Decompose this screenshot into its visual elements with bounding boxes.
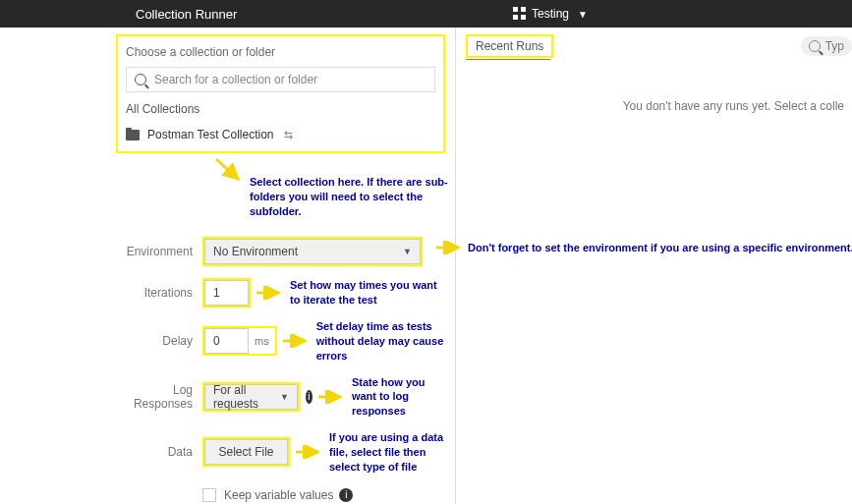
- tab-underline: [466, 59, 550, 60]
- keep-vars-checkbox[interactable]: [202, 488, 216, 502]
- arrow-icon: [256, 286, 282, 300]
- iterations-input[interactable]: [204, 280, 249, 306]
- chevron-down-icon: ▼: [280, 392, 289, 402]
- label-log: Log Responses: [116, 383, 202, 411]
- folder-icon: [126, 130, 140, 140]
- collection-item[interactable]: Postman Test Collection ⇆: [126, 126, 435, 143]
- delay-unit: ms: [249, 335, 275, 347]
- environment-switcher[interactable]: Testing ▼: [513, 7, 588, 21]
- info-icon[interactable]: i: [306, 390, 312, 404]
- search-icon: [809, 40, 821, 52]
- empty-runs-message: You don't have any runs yet. Select a co…: [466, 99, 844, 113]
- arrow-icon: [436, 241, 462, 254]
- search-icon: [135, 74, 146, 85]
- keep-vars-label: Keep variable values: [224, 488, 333, 502]
- annotation-delay: Set delay time as tests without delay ma…: [316, 319, 445, 364]
- arrow-icon: [296, 445, 321, 459]
- collection-search-input[interactable]: [154, 73, 426, 86]
- annotation-environment: Don't forget to set the environment if y…: [468, 241, 852, 255]
- all-collections-label: All Collections: [126, 102, 435, 116]
- environment-dropdown[interactable]: No Environment ▼: [204, 239, 421, 264]
- info-icon[interactable]: i: [339, 488, 353, 502]
- label-delay: Delay: [116, 334, 202, 348]
- annotation-iterations: Set how may times you want to iterate th…: [290, 278, 445, 308]
- collection-name: Postman Test Collection: [147, 128, 274, 141]
- top-bar: Collection Runner Testing ▼: [0, 0, 852, 28]
- svg-line-0: [216, 159, 238, 179]
- env-name: Testing: [532, 7, 569, 21]
- annotation-log: State how you want to log responses: [352, 375, 445, 420]
- label-environment: Environment: [116, 245, 202, 258]
- runs-search[interactable]: Typ: [801, 36, 852, 56]
- collection-search[interactable]: [126, 67, 435, 92]
- chevron-down-icon: ▼: [578, 9, 588, 20]
- arrow-icon: [214, 157, 244, 185]
- annotation-data: If you are using a data file, select fil…: [329, 430, 445, 475]
- log-dropdown[interactable]: For all requests ▼: [204, 384, 298, 410]
- label-data: Data: [116, 445, 202, 459]
- collection-chooser: Choose a collection or folder All Collec…: [116, 34, 445, 153]
- arrow-icon: [318, 390, 344, 404]
- tab-recent-runs[interactable]: Recent Runs: [466, 34, 553, 58]
- select-file-button[interactable]: Select File: [204, 439, 288, 465]
- arrow-icon: [283, 334, 309, 348]
- share-icon: ⇆: [284, 129, 292, 141]
- app-title: Collection Runner: [10, 7, 237, 22]
- delay-input[interactable]: [204, 328, 249, 354]
- annotation-collection: Select collection here. If there are sub…: [250, 175, 456, 219]
- label-iterations: Iterations: [116, 286, 202, 300]
- grid-icon: [513, 7, 527, 21]
- chevron-down-icon: ▼: [403, 247, 412, 256]
- choose-label: Choose a collection or folder: [126, 45, 435, 59]
